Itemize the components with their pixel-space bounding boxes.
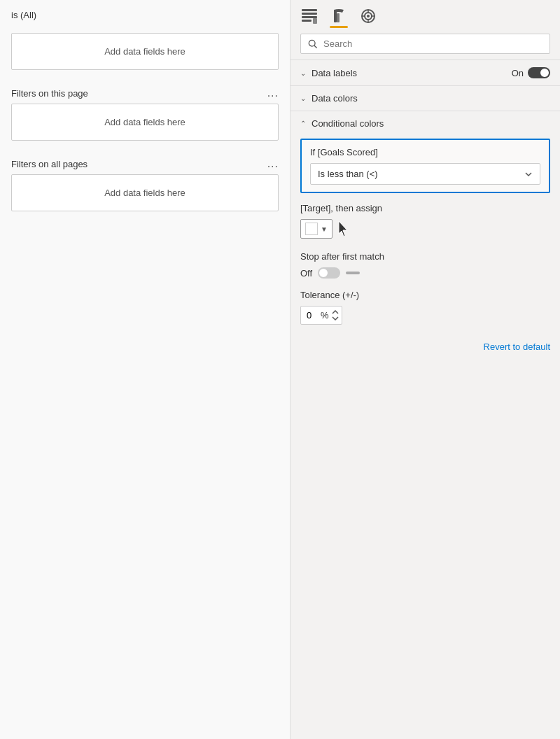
tolerance-section: Tolerance (+/-) % bbox=[290, 281, 560, 333]
conditional-colors-chevron-icon: ⌃ bbox=[300, 120, 306, 127]
svg-rect-2 bbox=[302, 16, 317, 18]
data-colors-label: Data colors bbox=[312, 93, 550, 104]
analytics-tab-icon[interactable] bbox=[359, 7, 377, 25]
svg-marker-16 bbox=[339, 221, 347, 237]
svg-line-15 bbox=[314, 45, 316, 48]
filter-section-page: Filters on this page ... Add data fields… bbox=[0, 81, 290, 152]
svg-rect-0 bbox=[302, 9, 317, 11]
data-labels-toggle-container: On bbox=[512, 67, 550, 78]
format-toolbar bbox=[290, 0, 560, 25]
spinner-down-icon[interactable] bbox=[332, 316, 339, 321]
filters-all-pages-ellipsis[interactable]: ... bbox=[267, 157, 279, 170]
conditional-colors-label: Conditional colors bbox=[312, 118, 550, 129]
tolerance-label: Tolerance (+/-) bbox=[300, 290, 550, 300]
svg-point-9 bbox=[367, 15, 370, 17]
tolerance-input-row: % bbox=[300, 306, 550, 325]
svg-rect-17 bbox=[346, 272, 360, 274]
drop-zone-all-pages[interactable]: Add data fields here bbox=[11, 174, 279, 211]
svg-rect-6 bbox=[337, 13, 340, 22]
tolerance-input-box[interactable]: % bbox=[300, 306, 342, 325]
fields-tab-icon[interactable] bbox=[300, 7, 318, 25]
then-assign-label: [Target], then assign bbox=[300, 203, 550, 213]
left-panel: is (All) Add data fields here Filters on… bbox=[0, 0, 290, 739]
color-picker-button[interactable]: ▼ bbox=[300, 219, 332, 239]
drop-zone-visual[interactable]: Add data fields here bbox=[11, 33, 279, 70]
search-bar[interactable] bbox=[300, 34, 550, 54]
data-labels-toggle[interactable] bbox=[528, 67, 550, 78]
filter-section-all-pages: Filters on all pages ... Add data fields… bbox=[0, 152, 290, 223]
cursor-icon bbox=[337, 220, 352, 238]
condition-dropdown[interactable]: Is less than (<) bbox=[310, 163, 540, 185]
data-labels-chevron-icon: ⌄ bbox=[300, 69, 306, 77]
then-assign-section: [Target], then assign ▼ bbox=[290, 196, 560, 246]
condition-dropdown-chevron-icon bbox=[524, 170, 533, 178]
color-box-swatch bbox=[305, 223, 318, 235]
filters-this-page-ellipsis[interactable]: ... bbox=[267, 87, 279, 99]
analytics-svg-icon bbox=[359, 7, 377, 25]
tolerance-unit-label: % bbox=[321, 310, 329, 321]
spinner-up-icon[interactable] bbox=[332, 309, 339, 315]
stop-toggle-row: Off bbox=[300, 267, 550, 279]
stop-toggle[interactable] bbox=[318, 267, 340, 279]
format-svg-icon bbox=[330, 7, 348, 25]
fields-svg-icon bbox=[300, 7, 318, 25]
svg-rect-4 bbox=[313, 18, 317, 24]
is-all-label: is (All) bbox=[0, 7, 290, 27]
svg-rect-3 bbox=[302, 20, 312, 22]
search-input[interactable] bbox=[323, 38, 542, 49]
drop-zone-page[interactable]: Add data fields here bbox=[11, 104, 279, 141]
tolerance-spinner[interactable] bbox=[332, 309, 339, 321]
revert-to-default-link[interactable]: Revert to default bbox=[484, 342, 550, 352]
data-colors-row[interactable]: ⌄ Data colors bbox=[290, 86, 560, 111]
format-tab-icon[interactable] bbox=[330, 7, 348, 25]
data-labels-row[interactable]: ⌄ Data labels On bbox=[290, 60, 560, 85]
filters-all-pages-text: Filters on all pages bbox=[11, 159, 88, 169]
filters-this-page-text: Filters on this page bbox=[11, 88, 88, 99]
search-icon bbox=[308, 39, 318, 49]
stop-after-first-match-section: Stop after first match Off bbox=[290, 246, 560, 281]
color-picker-dropdown-icon: ▼ bbox=[321, 225, 328, 233]
conditional-colors-row[interactable]: ⌃ Conditional colors bbox=[290, 111, 560, 136]
stop-after-first-match-label: Stop after first match bbox=[300, 251, 550, 262]
svg-rect-1 bbox=[302, 13, 317, 15]
data-labels-label: Data labels bbox=[312, 68, 512, 78]
stop-toggle-track-icon bbox=[346, 269, 365, 276]
right-panel: ⌄ Data labels On ⌄ Data colors ⌃ Conditi… bbox=[290, 0, 560, 739]
data-colors-chevron-icon: ⌄ bbox=[300, 94, 306, 102]
data-labels-toggle-text: On bbox=[512, 68, 524, 78]
if-goals-scored-label: If [Goals Scored] bbox=[310, 147, 540, 157]
tolerance-input[interactable] bbox=[307, 310, 321, 321]
condition-dropdown-value: Is less than (<) bbox=[318, 169, 378, 179]
revert-row: Revert to default bbox=[290, 333, 560, 360]
filters-this-page-label: Filters on this page ... bbox=[11, 87, 279, 99]
conditional-colors-box: If [Goals Scored] Is less than (<) bbox=[300, 139, 550, 193]
filters-all-pages-label: Filters on all pages ... bbox=[11, 157, 279, 170]
stop-toggle-text: Off bbox=[300, 268, 312, 279]
filter-section-visual: Add data fields here bbox=[0, 27, 290, 81]
